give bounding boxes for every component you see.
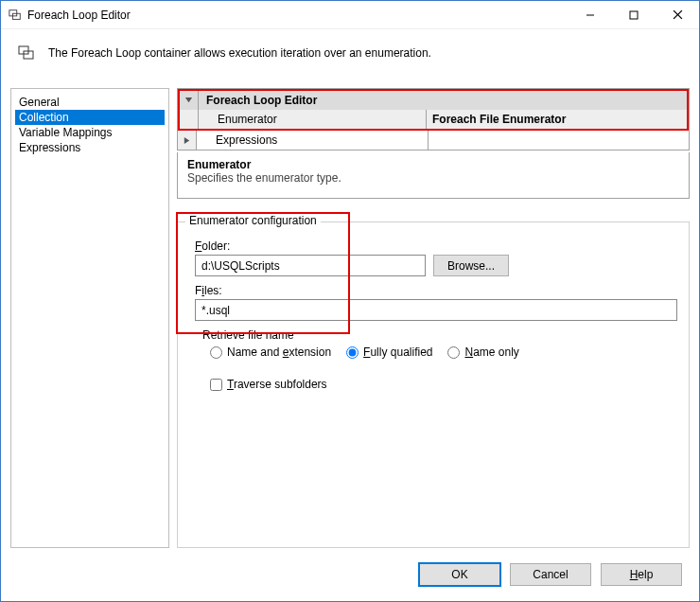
radio-name-ext-input[interactable] [210, 346, 222, 359]
radio-name-ext[interactable]: Name and extension [210, 345, 331, 359]
nav-item-collection[interactable]: Collection [15, 110, 165, 125]
description-text: The Foreach Loop container allows execut… [48, 46, 431, 60]
dialog-footer: OK Cancel Help [1, 554, 699, 601]
nav-item-general[interactable]: General [15, 95, 165, 110]
files-row [195, 299, 677, 321]
nav-item-expressions[interactable]: Expressions [15, 140, 165, 155]
traverse-checkbox[interactable] [210, 379, 222, 391]
titlebar: Foreach Loop Editor [1, 1, 699, 29]
radio-fully-qualified[interactable]: Fully qualified [346, 345, 432, 359]
browse-button[interactable]: Browse... [433, 255, 509, 276]
cancel-button[interactable]: Cancel [510, 563, 591, 586]
window-title: Foreach Loop Editor [27, 9, 569, 22]
maximize-button[interactable] [612, 1, 656, 28]
folder-input[interactable] [195, 255, 426, 276]
svg-marker-8 [185, 97, 192, 101]
nav-item-variable-mappings[interactable]: Variable Mappings [15, 125, 165, 140]
main-panel: Foreach Loop Editor Enumerator Foreach F… [177, 88, 690, 548]
collapse-icon[interactable] [180, 91, 199, 110]
radio-name-only[interactable]: Name only [447, 345, 518, 359]
grid-row-enumerator[interactable]: Enumerator Foreach File Enumerator [180, 110, 687, 129]
grid-value-enumerator[interactable]: Foreach File Enumerator [427, 110, 687, 129]
highlight-box-grid: Foreach Loop Editor Enumerator Foreach F… [178, 89, 689, 131]
svg-rect-3 [630, 11, 638, 19]
radio-fully-qualified-input[interactable] [346, 346, 359, 359]
enumerator-config-group: Enumerator configuration Folder: Browse.… [177, 221, 690, 548]
nav-panel: General Collection Variable Mappings Exp… [10, 88, 169, 548]
grid-label-expressions: Expressions [197, 131, 429, 150]
close-button[interactable] [656, 1, 699, 28]
grid-row-gutter [180, 110, 199, 129]
property-description: Enumerator Specifies the enumerator type… [177, 152, 690, 199]
ok-button[interactable]: OK [419, 563, 500, 586]
files-input[interactable] [195, 299, 677, 321]
grid-label-enumerator: Enumerator [199, 110, 427, 129]
folder-label: Folder: [195, 239, 677, 253]
property-grid: Foreach Loop Editor Enumerator Foreach F… [177, 88, 690, 150]
expand-icon[interactable] [178, 131, 197, 150]
traverse-row: Traverse subfolders [210, 378, 677, 394]
svg-marker-9 [184, 136, 189, 143]
help-button[interactable]: Help [601, 563, 682, 586]
grid-row-expressions[interactable]: Expressions [178, 131, 689, 150]
dialog-body: General Collection Variable Mappings Exp… [1, 75, 699, 554]
retrieve-label: Retrieve file name [202, 328, 677, 342]
radio-name-only-input[interactable] [447, 346, 460, 359]
files-label: Files: [195, 284, 677, 297]
traverse-checkbox-label[interactable]: Traverse subfolders [210, 378, 327, 391]
minimize-button[interactable] [569, 1, 612, 28]
loop-editor-icon [18, 44, 35, 62]
folder-row: Browse... [195, 255, 677, 276]
retrieve-radio-group: Name and extension Fully qualified Name … [210, 345, 677, 359]
property-description-heading: Enumerator [187, 158, 679, 171]
dialog-window: Foreach Loop Editor The Foreach Loop con… [0, 0, 700, 602]
grid-section-title: Foreach Loop Editor [199, 91, 687, 110]
loop-editor-icon [9, 9, 22, 22]
window-controls [569, 1, 699, 28]
grid-value-expressions[interactable] [429, 131, 689, 150]
description-bar: The Foreach Loop container allows execut… [1, 29, 699, 75]
config-legend: Enumerator configuration [185, 214, 321, 227]
property-description-text: Specifies the enumerator type. [187, 171, 679, 185]
grid-section-header[interactable]: Foreach Loop Editor [180, 91, 687, 110]
